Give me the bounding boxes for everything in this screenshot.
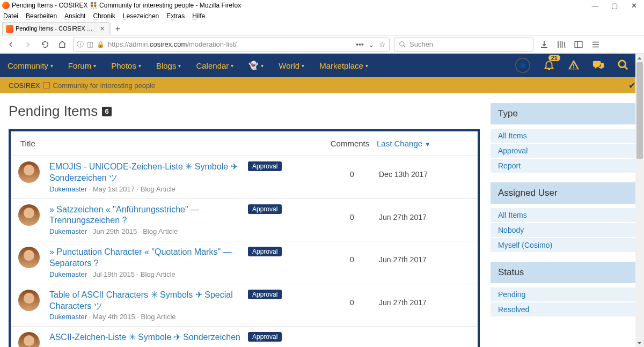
item-last-change: Jun 27th 2017 [379,247,470,264]
author-avatar[interactable] [18,161,40,183]
svg-rect-1 [575,41,582,48]
status-filter-link[interactable]: Resolved [491,302,635,316]
tab-close-icon[interactable]: ✕ [99,25,106,32]
page-title: Pending Items 6 [9,103,480,120]
maximize-button[interactable]: ▢ [610,1,619,10]
search-icon[interactable] [617,59,629,72]
author-link[interactable]: Dukemaster [49,270,87,278]
reader-icon[interactable]: ◫ [87,40,93,48]
nav-item-👻[interactable]: 👻▾ [248,61,264,70]
user-avatar[interactable] [515,58,530,73]
menu-lesezeichen[interactable]: Lesezeichen [123,12,159,20]
item-comments: 0 [325,290,379,307]
menu-chronik[interactable]: Chronik [93,12,115,20]
user-filter-link[interactable]: All Items [491,208,635,222]
item-last-change: Jun 27th 2017 [379,204,470,222]
nav-item-blogs[interactable]: Blogs▾ [156,61,181,70]
nav-item-marketplace[interactable]: Marketplace▾ [319,61,368,70]
author-avatar[interactable] [18,247,40,268]
browser-menubar: Datei Bearbeiten Ansicht Chronik Lesezei… [0,11,644,21]
item-title-link[interactable]: ASCII-Zeichen-Liste ✳ Symbole ✈ Sonderze… [49,332,243,343]
warning-icon[interactable] [568,59,580,72]
user-filter-link[interactable]: Nobody [491,223,635,237]
column-title[interactable]: Title [20,139,323,148]
downloads-icon[interactable] [538,38,551,51]
home-button[interactable] [56,38,69,51]
browser-toolbar: ⓘ ◫ 🔒 https://admin.cosirex.com/moderati… [0,35,644,54]
reload-button[interactable] [39,38,52,51]
type-filter-link[interactable]: Report [491,159,635,173]
nav-item-world[interactable]: World▾ [279,61,304,70]
nav-item-photos[interactable]: Photos▾ [111,61,141,70]
notification-count-badge: 21 [548,55,560,61]
item-comments: 0 [325,161,379,179]
new-tab-button[interactable]: + [111,23,125,35]
tab-favicon [6,25,13,33]
scroll-thumb[interactable] [636,62,643,159]
column-comments[interactable]: Comments [323,139,377,148]
browser-tabstrip: Pending Items - COSIREX 👯 C ✕ + [0,21,644,35]
pocket-icon[interactable]: ⌄ [368,40,375,49]
item-title-link[interactable]: » Punctuation Character « "Quotation Mar… [49,247,243,269]
item-comments: 0 [325,204,379,222]
type-filter-link[interactable]: All Items [491,129,635,143]
item-last-change: Jun 27th 2017 [379,290,470,307]
bookmark-star-icon[interactable]: ☆ [379,40,386,49]
author-avatar[interactable] [18,290,40,311]
item-title-link[interactable]: EMOJIS - UNICODE-Zeichen-Liste ✳ Symbole… [49,161,243,184]
scroll-up-arrow[interactable]: ⏶ [635,54,644,62]
back-button[interactable] [4,38,17,51]
window-title: Pending Items - COSIREX 👯 Community for … [12,2,590,9]
breadcrumb-icon [43,82,50,88]
nav-item-forum[interactable]: Forum▾ [68,61,96,70]
nav-item-calendar[interactable]: Calendar▾ [196,61,233,70]
author-avatar[interactable] [18,204,40,226]
type-filter-link[interactable]: Approval [491,144,635,158]
info-icon[interactable]: ⓘ [77,40,84,49]
svg-point-2 [619,60,626,67]
menu-ansicht[interactable]: Ansicht [64,12,85,20]
search-placeholder: Suchen [409,40,433,48]
scroll-down-arrow[interactable]: ⏷ [635,338,644,347]
status-filter-link[interactable]: Pending [491,287,635,301]
item-last-change [379,332,470,341]
minimize-button[interactable]: — [590,1,600,10]
author-link[interactable]: Dukemaster [49,185,87,193]
item-title-link[interactable]: » Satzzeichen « "Anführungsstriche" — Tr… [49,204,243,227]
forward-button[interactable] [21,38,34,51]
list-row: ASCII-Zeichen-Liste ✳ Symbole ✈ Sonderze… [11,326,478,347]
author-link[interactable]: Dukemaster [49,227,87,235]
item-comments [325,332,379,341]
user-filter-link[interactable]: Myself (Cosimo) [491,238,635,252]
menu-datei[interactable]: Datei [3,12,18,20]
search-bar[interactable]: Suchen [394,38,533,51]
sidebar-status-title: Status [491,262,635,283]
notifications-button[interactable]: 21 [543,59,555,72]
messages-icon[interactable] [592,59,604,72]
author-avatar[interactable] [18,332,40,347]
library-icon[interactable] [555,38,568,51]
menu-icon[interactable] [589,38,602,51]
close-button[interactable]: ✕ [629,1,639,10]
url-bar[interactable]: ⓘ ◫ 🔒 https://admin.cosirex.com/moderati… [73,38,390,51]
menu-bearbeiten[interactable]: Bearbeiten [26,12,57,20]
item-title-link[interactable]: Table of ASCII Characters ✳ Symbols ✈ Sp… [49,290,243,312]
menu-hilfe[interactable]: Hilfe [192,12,205,20]
approval-tag: Approval [248,161,282,171]
url-path: /moderation-list/ [187,40,236,48]
favicon [2,2,10,9]
column-last-change[interactable]: Last Change ▼ [377,139,468,148]
item-meta: Dukemaster · Jul 19th 2015 · Blog Articl… [49,270,325,278]
nav-item-community[interactable]: Community▾ [8,61,53,70]
sidebar-icon[interactable] [572,38,585,51]
author-link[interactable]: Dukemaster [49,313,87,321]
menu-extras[interactable]: Extras [166,12,185,20]
browser-tab[interactable]: Pending Items - COSIREX 👯 C ✕ [2,22,109,35]
pending-count-badge: 6 [102,107,112,116]
vertical-scrollbar[interactable]: ⏶ ⏷ [635,54,644,347]
list-row: » Satzzeichen « "Anführungsstriche" — Tr… [11,198,478,241]
breadcrumb-brand[interactable]: COSIREX [9,82,40,90]
approval-tag: Approval [248,332,282,342]
breadcrumb-check-icon[interactable]: ✔ [628,80,635,91]
page-action-icon[interactable]: ••• [356,40,364,49]
